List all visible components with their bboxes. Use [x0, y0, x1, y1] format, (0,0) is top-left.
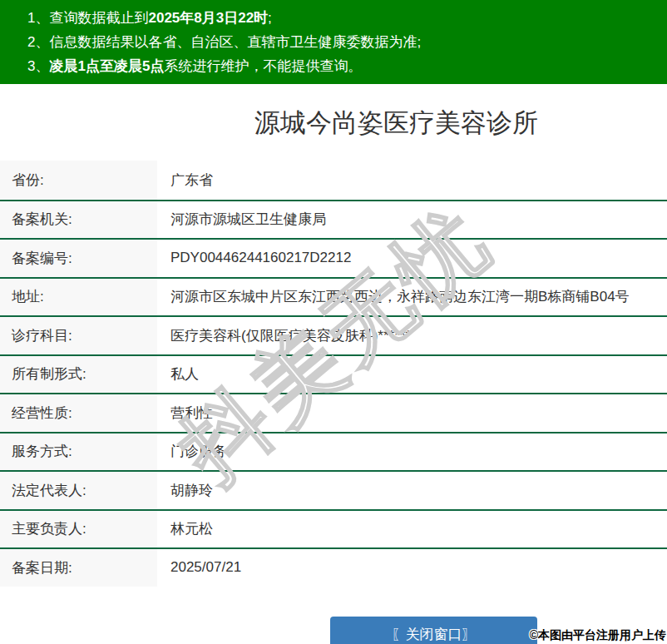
- table-row: 经营性质: 营利性: [0, 393, 667, 432]
- table-row: 主要负责人: 林元松: [0, 509, 667, 548]
- table-row: 诊疗科目: 医疗美容科(仅限医疗美容皮肤科)******: [0, 315, 667, 354]
- row-label: 主要负责人:: [0, 511, 157, 548]
- row-label: 经营性质:: [0, 394, 157, 432]
- notice-text: 系统进行维护，不能提供查询。: [164, 58, 362, 74]
- page-title: 源城今尚姿医疗美容诊所: [254, 106, 538, 141]
- row-label: 备案日期:: [0, 549, 157, 587]
- row-value: PDY00446244160217D2212: [157, 240, 667, 277]
- notice-bold-text: 凌晨1点至凌晨5点: [49, 58, 164, 74]
- query-result-page: { "notice": { "bg_color": "#008000", "it…: [0, 0, 667, 644]
- row-label: 省份:: [0, 161, 157, 200]
- notice-text: ;: [268, 10, 272, 26]
- row-value: 广东省: [157, 161, 667, 200]
- row-label: 诊疗科目:: [0, 317, 157, 354]
- row-value: 胡静玲: [157, 472, 667, 509]
- table-row: 省份: 广东省: [0, 161, 667, 200]
- table-row: 法定代表人: 胡静玲: [0, 470, 667, 509]
- notice-text: 2、信息数据结果以各省、自治区、直辖市卫生健康委数据为准;: [27, 34, 421, 50]
- table-row: 服务方式: 门诊服务: [0, 432, 667, 471]
- row-label: 备案编号:: [0, 240, 157, 277]
- notice-line-1: 1、查询数据截止到2025年8月3日22时;: [27, 6, 667, 30]
- table-row: 备案编号: PDY00446244160217D2212: [0, 238, 667, 277]
- row-label: 法定代表人:: [0, 472, 157, 509]
- row-value: 河源市区东城中片区东江西路西边，永祥路南边东江湾一期B栋商铺B04号: [157, 279, 667, 316]
- table-row: 备案日期: 2025/07/21: [0, 547, 667, 587]
- notice-bold-text: 2025年8月3日22时: [148, 10, 268, 26]
- row-label: 服务方式:: [0, 433, 157, 471]
- row-value: 林元松: [157, 511, 667, 548]
- table-row: 备案机关: 河源市源城区卫生健康局: [0, 200, 667, 239]
- row-label: 所有制形式:: [0, 356, 157, 394]
- attribution-text: ©本图由平台注册用户上传: [530, 628, 666, 643]
- info-table: 省份: 广东省 备案机关: 河源市源城区卫生健康局 备案编号: PDY00446…: [0, 161, 667, 587]
- notice-banner: 1、查询数据截止到2025年8月3日22时; 2、信息数据结果以各省、自治区、直…: [0, 0, 667, 84]
- close-window-button[interactable]: 〖关闭窗口〗: [330, 617, 537, 644]
- table-row: 地址: 河源市区东城中片区东江西路西边，永祥路南边东江湾一期B栋商铺B04号: [0, 277, 667, 316]
- row-value: 2025/07/21: [157, 549, 667, 587]
- notice-text: 3、: [27, 58, 49, 74]
- row-value: 营利性: [157, 394, 667, 432]
- row-label: 地址:: [0, 279, 157, 316]
- row-value: 医疗美容科(仅限医疗美容皮肤科)******: [157, 317, 667, 354]
- notice-text: 1、查询数据截止到: [27, 10, 148, 26]
- notice-line-3: 3、凌晨1点至凌晨5点系统进行维护，不能提供查询。: [27, 54, 667, 78]
- notice-line-2: 2、信息数据结果以各省、自治区、直辖市卫生健康委数据为准;: [27, 30, 667, 54]
- row-value: 门诊服务: [157, 433, 667, 471]
- row-value: 私人: [157, 356, 667, 394]
- row-label: 备案机关:: [0, 201, 157, 239]
- table-row: 所有制形式: 私人: [0, 354, 667, 394]
- row-value: 河源市源城区卫生健康局: [157, 201, 667, 239]
